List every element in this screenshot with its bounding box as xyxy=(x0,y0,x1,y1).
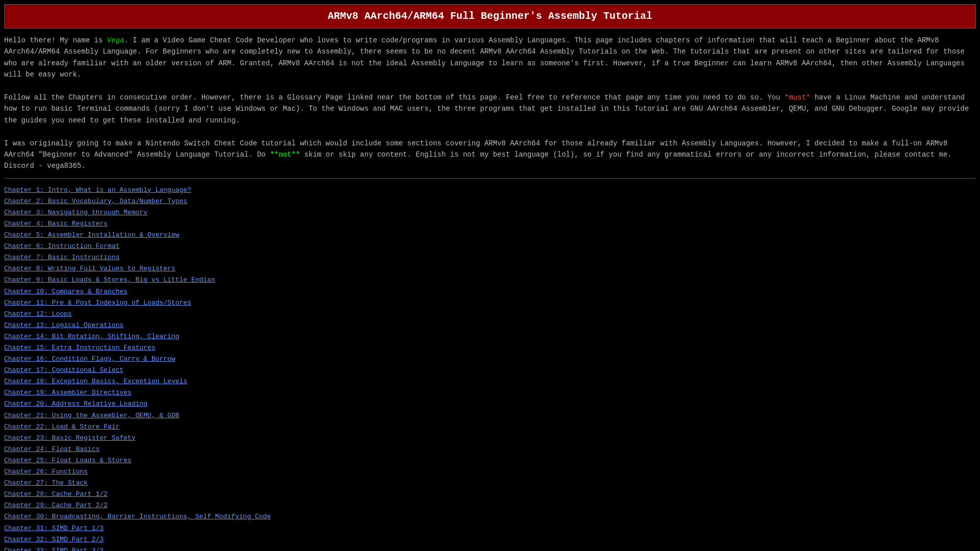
chapter-link-5[interactable]: Chapter 5: Assembler Installation & Over… xyxy=(4,230,976,241)
chapter-link-18[interactable]: Chapter 18: Exception Basics, Exception … xyxy=(4,376,976,387)
chapter-link-15[interactable]: Chapter 15: Extra Instruction Features xyxy=(4,342,976,354)
vega-name: Vega xyxy=(107,36,125,44)
chapter-link-31[interactable]: Chapter 31: SIMD Part 1/3 xyxy=(4,523,976,534)
chapter-link-23[interactable]: Chapter 23: Basic Register Safety xyxy=(4,433,976,444)
chapter-link-3[interactable]: Chapter 3: Navigating through Memory xyxy=(4,207,976,218)
chapter-link-21[interactable]: Chapter 21: Using the Assembler, QEMU, &… xyxy=(4,410,976,421)
chapters-section: Chapter 1: Intro, What is an Assembly La… xyxy=(4,185,976,551)
chapter-link-19[interactable]: Chapter 19: Assembler Directives xyxy=(4,387,976,398)
chapter-link-29[interactable]: Chapter 29: Cache Part 2/2 xyxy=(4,500,976,511)
chapter-link-11[interactable]: Chapter 11: Pre & Post Indexing of Loads… xyxy=(4,297,976,309)
chapter-link-27[interactable]: Chapter 27: The Stack xyxy=(4,478,976,489)
page-title: ARMv8 AArch64/ARM64 Full Beginner's Asse… xyxy=(328,10,652,22)
divider-top xyxy=(4,178,976,179)
chapter-link-22[interactable]: Chapter 22: Load & Store Pair xyxy=(4,421,976,433)
chapter-link-12[interactable]: Chapter 12: Loops xyxy=(4,309,976,320)
chapter-link-2[interactable]: Chapter 2: Basic Vocabulary, Data/Number… xyxy=(4,196,976,207)
chapter-link-30[interactable]: Chapter 30: Broadcasting, Barrier Instru… xyxy=(4,511,976,522)
not-text: **not** xyxy=(270,151,300,159)
chapter-link-13[interactable]: Chapter 13: Logical Operations xyxy=(4,320,976,331)
intro-p2-start: Follow all the Chapters in consecutive o… xyxy=(4,93,785,102)
chapter-link-24[interactable]: Chapter 24: Float Basics xyxy=(4,444,976,455)
chapter-link-33[interactable]: Chapter 33: SIMD Part 3/3 xyxy=(4,545,976,551)
chapter-link-26[interactable]: Chapter 26: Functions xyxy=(4,466,976,478)
intro-text-after-vega: . I am a Video Game Cheat Code Developer… xyxy=(4,36,965,79)
chapter-link-9[interactable]: Chapter 9: Basic Loads & Stores, Big vs … xyxy=(4,274,976,286)
chapter-link-16[interactable]: Chapter 16: Condition Flags, Carry & Bor… xyxy=(4,354,976,365)
chapter-link-10[interactable]: Chapter 10: Compares & Branches xyxy=(4,286,976,297)
chapter-link-6[interactable]: Chapter 6: Instruction Format xyxy=(4,241,976,252)
intro-section: Hello there! My name is Vega. I am a Vid… xyxy=(4,35,976,172)
chapter-link-1[interactable]: Chapter 1: Intro, What is an Assembly La… xyxy=(4,185,976,196)
intro-paragraph-3: I was originally going to make a Nintend… xyxy=(4,138,976,172)
chapter-link-14[interactable]: Chapter 14: Bit Rotation, Shifting, Clea… xyxy=(4,331,976,342)
intro-paragraph-2: Follow all the Chapters in consecutive o… xyxy=(4,92,976,126)
intro-text-before-vega: Hello there! My name is xyxy=(4,36,107,44)
chapter-link-25[interactable]: Chapter 25: Float Loads & Stores xyxy=(4,455,976,466)
chapter-link-8[interactable]: Chapter 8: Writing Full Values to Regist… xyxy=(4,263,976,274)
chapter-link-4[interactable]: Chapter 4: Basic Registers xyxy=(4,218,976,230)
must-text: *must* xyxy=(785,93,810,102)
chapter-link-28[interactable]: Chapter 28: Cache Part 1/2 xyxy=(4,489,976,500)
chapter-link-7[interactable]: Chapter 7: Basic Instructions xyxy=(4,252,976,263)
chapter-link-17[interactable]: Chapter 17: Conditional Select xyxy=(4,365,976,376)
header-banner: ARMv8 AArch64/ARM64 Full Beginner's Asse… xyxy=(4,4,976,29)
chapter-link-20[interactable]: Chapter 20: Address Relative Loading xyxy=(4,398,976,410)
intro-paragraph-1: Hello there! My name is Vega. I am a Vid… xyxy=(4,35,976,81)
chapter-link-32[interactable]: Chapter 32: SIMD Part 2/3 xyxy=(4,534,976,545)
